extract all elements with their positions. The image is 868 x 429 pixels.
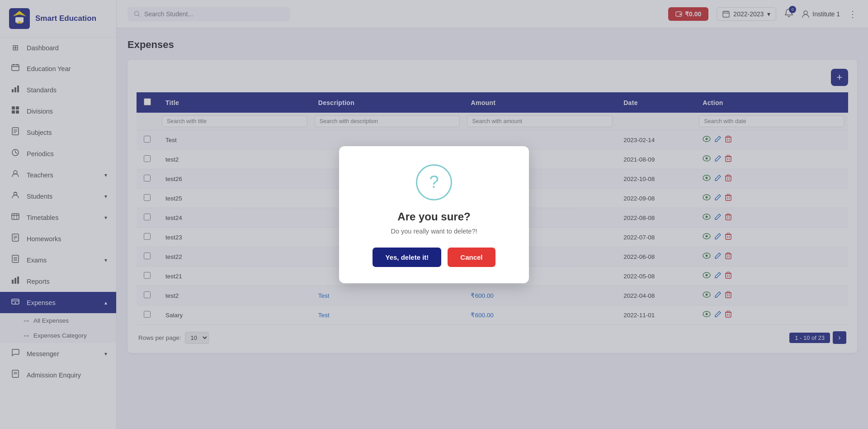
modal-buttons: Yes, delete it! Cancel — [362, 248, 506, 267]
modal-subtitle: Do you really want to delete?! — [362, 228, 506, 235]
modal-overlay: ? Are you sure? Do you really want to de… — [0, 0, 868, 429]
modal-icon-wrap: ? — [416, 164, 452, 200]
question-icon: ? — [429, 172, 439, 192]
cancel-delete-button[interactable]: Cancel — [448, 248, 495, 267]
confirm-delete-button[interactable]: Yes, delete it! — [373, 248, 441, 267]
modal-title: Are you sure? — [362, 210, 506, 223]
confirm-delete-modal: ? Are you sure? Do you really want to de… — [339, 146, 529, 283]
